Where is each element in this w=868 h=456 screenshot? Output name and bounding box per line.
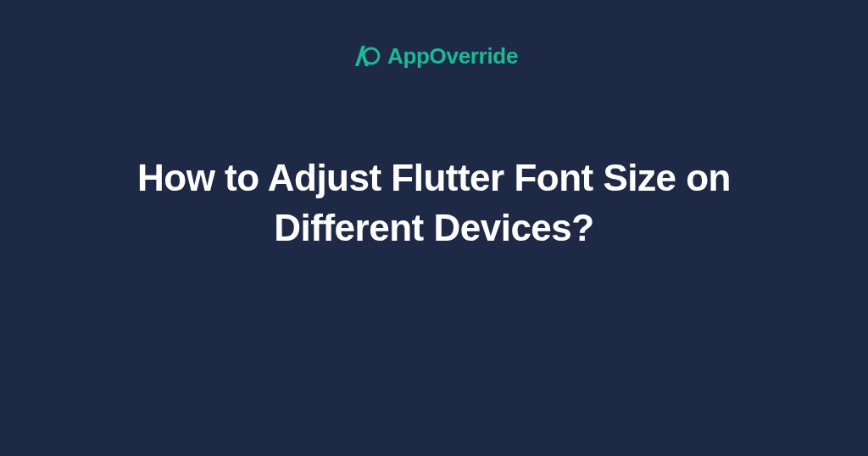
page-title: How to Adjust Flutter Font Size on Diffe…	[129, 153, 739, 253]
logo-icon	[350, 41, 381, 71]
brand-logo: AppOverride	[350, 41, 518, 71]
svg-point-0	[364, 48, 379, 64]
brand-name: AppOverride	[387, 43, 518, 70]
